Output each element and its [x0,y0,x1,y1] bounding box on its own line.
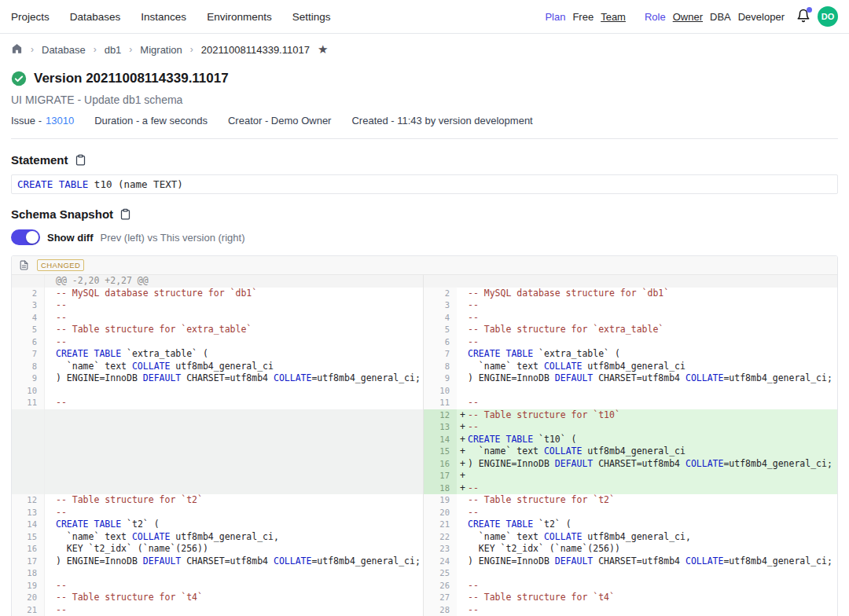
plan-label: Plan [545,11,565,23]
diff-code-line: -- [457,604,837,616]
meta-issue: Issue - 13010 [11,115,74,126]
diff-row: 14+CREATE TABLE `t10` ( [12,434,837,446]
nav-item-environments[interactable]: Environments [207,11,272,23]
changed-badge: CHANGED [37,259,84,271]
star-icon[interactable]: ★ [318,42,328,57]
breadcrumb-migration[interactable]: Migration [140,44,182,56]
diff-line-number: 20 [12,592,45,604]
issue-link[interactable]: 13010 [46,115,74,126]
diff-body[interactable]: @@ -2,20 +2,27 @@2-- MySQL database stru… [12,275,837,616]
diff-line-number: 22 [423,531,457,544]
breadcrumb-db1[interactable]: db1 [105,44,122,56]
copy-statement-icon[interactable] [75,154,86,166]
diff-line-number: 14 [12,519,45,531]
home-icon[interactable] [11,42,23,57]
diff-code-line: -- [45,336,423,349]
diff-line-number: 28 [423,604,457,616]
diff-row: 17+ [12,470,837,482]
diff-line-number: 7 [12,348,45,361]
chevron-right-icon: › [190,44,193,55]
diff-code-line [457,275,837,288]
diff-code-line: CREATE TABLE `extra_table` ( [457,348,837,361]
diff-line-number: 5 [12,324,45,336]
meta-creator: Creator - Demo Owner [228,115,331,126]
diff-code-line: CREATE TABLE `t2` ( [457,519,837,531]
plan-team-link[interactable]: Team [601,11,626,23]
diff-line-number: 21 [12,604,45,616]
version-subtitle: UI MIGRATE - Update db1 schema [11,94,838,106]
diff-line-number: 3 [423,299,457,312]
nav-item-instances[interactable]: Instances [141,11,186,23]
diff-line-number [12,470,45,482]
diff-line-number: 2 [423,288,457,300]
diff-code-line: -- [457,507,837,519]
diff-line-number: 10 [423,385,457,398]
diff-line-number: 25 [423,567,457,580]
diff-code-line: `name` text COLLATE utf8mb4_general_ci [45,361,423,373]
diff-line-number [12,434,45,446]
chevron-right-icon: › [94,44,97,55]
diff-code-line: +-- [457,482,837,495]
nav-item-projects[interactable]: Projects [11,11,50,23]
schema-diff-card: CHANGED @@ -2,20 +2,27 @@2-- MySQL datab… [11,255,838,616]
diff-row: 5-- Table structure for `extra_table`5--… [12,324,837,336]
diff-code-line [45,446,423,458]
breadcrumb-version[interactable]: 20211008114339.11017 [201,44,310,56]
diff-row: 12+-- Table structure for `t10` [12,409,837,422]
diff-line-number: 15 [423,446,457,458]
diff-code-line [45,567,423,580]
diff-code-line: KEY `t2_idx` (`name`(256)) [457,543,837,556]
diff-code-line: + `name` text COLLATE utf8mb4_general_ci [457,446,837,458]
diff-code-line: -- [457,580,837,592]
diff-row: 16 KEY `t2_idx` (`name`(256))23 KEY `t2_… [12,543,837,556]
diff-code-line [45,409,423,422]
nav-item-databases[interactable]: Databases [70,11,121,23]
diff-line-number: 4 [12,312,45,324]
diff-code-line: -- [45,312,423,324]
show-diff-toggle[interactable] [11,229,40,245]
diff-row: 3--3-- [12,299,837,312]
role-owner-link[interactable]: Owner [673,11,703,23]
diff-code-line: ) ENGINE=InnoDB DEFAULT CHARSET=utf8mb4 … [45,372,423,385]
plan-current: Free [572,11,594,23]
diff-line-number: 19 [423,494,457,507]
avatar[interactable]: DO [818,6,838,27]
statement-heading-row: Statement [11,153,838,167]
statement-code[interactable]: CREATE TABLE t10 (name TEXT) [11,174,838,194]
role-dba-link[interactable]: DBA [710,11,731,23]
diff-line-number [12,275,45,288]
diff-line-number: 16 [12,543,45,556]
diff-code-line: +CREATE TABLE `t10` ( [457,434,837,446]
meta-duration: Duration - a few seconds [94,115,208,126]
diff-code-line: KEY `t2_idx` (`name`(256)) [45,543,423,556]
diff-code-line: -- [45,299,423,312]
file-icon [19,260,29,270]
diff-line-number: 17 [12,556,45,568]
diff-code-line [45,434,423,446]
diff-row: 7CREATE TABLE `extra_table` (7CREATE TAB… [12,348,837,361]
diff-code-line: -- Table structure for `t2` [45,494,423,507]
nav-item-settings[interactable]: Settings [292,11,331,23]
breadcrumb-database[interactable]: Database [42,44,86,56]
diff-code-line: `name` text COLLATE utf8mb4_general_ci, [457,531,837,544]
diff-line-number: 12 [423,409,457,422]
diff-code-line: CREATE TABLE `t2` ( [45,519,423,531]
diff-code-line: -- Table structure for `extra_table` [457,324,837,336]
version-meta: Issue - 13010 Duration - a few seconds C… [11,115,838,126]
role-dev-link[interactable]: Developer [738,11,785,23]
nav-left: Projects Databases Instances Environment… [11,11,330,23]
chevron-right-icon: › [31,44,34,55]
diff-row: 20-- Table structure for `t4`27-- Table … [12,592,837,604]
diff-code-line [45,385,423,398]
copy-snapshot-icon[interactable] [119,208,131,220]
diff-line-number: 17 [423,470,457,482]
diff-line-number: 14 [423,434,457,446]
diff-hunk-header: @@ -2,20 +2,27 @@ [45,275,423,288]
notification-bell-icon[interactable] [796,9,810,25]
diff-code-line: +-- Table structure for `t10` [457,409,837,422]
top-nav: Projects Databases Instances Environment… [0,0,849,34]
diff-code-line: -- MySQL database structure for `db1` [45,288,423,300]
diff-line-number: 23 [423,543,457,556]
diff-code-line: CREATE TABLE `extra_table` ( [45,348,423,361]
diff-code-line: -- [457,336,837,349]
